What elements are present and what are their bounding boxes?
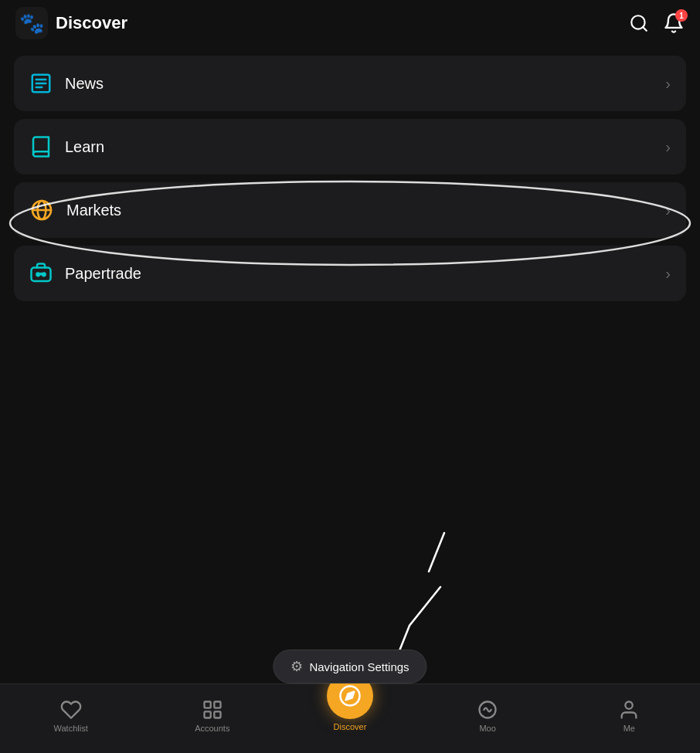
compass-icon	[338, 684, 362, 707]
nav-settings-label: Navigation Settings	[309, 660, 409, 673]
accounts-icon	[202, 699, 223, 721]
moo-label: Moo	[479, 724, 495, 733]
nav-settings-gear-icon: ⚙	[291, 658, 303, 675]
discover-label: Discover	[334, 722, 367, 731]
menu-item-papertrade-left: Papertrade	[29, 262, 141, 285]
moo-icon	[477, 699, 498, 721]
header-left: 🐾 Discover	[15, 7, 127, 39]
me-icon	[618, 699, 640, 721]
svg-rect-17	[204, 701, 210, 707]
bottom-nav: Watchlist Accounts Discover Moo	[0, 683, 700, 753]
menu-list: News › Learn › Markets ›	[0, 46, 700, 310]
header-actions: 1	[629, 12, 685, 34]
svg-rect-18	[214, 701, 220, 707]
search-button[interactable]	[629, 13, 649, 33]
markets-label: Markets	[66, 202, 121, 219]
markets-icon	[29, 198, 54, 222]
svg-rect-19	[204, 711, 210, 717]
svg-rect-20	[214, 711, 220, 717]
notification-badge: 1	[675, 9, 688, 22]
markets-chevron: ›	[665, 202, 671, 219]
menu-item-learn-left: Learn	[29, 135, 104, 158]
app-logo: 🐾	[15, 7, 48, 39]
papertrade-label: Papertrade	[65, 265, 141, 283]
watchlist-label: Watchlist	[53, 724, 87, 733]
page-title: Discover	[56, 13, 127, 33]
learn-chevron: ›	[665, 138, 671, 156]
nav-item-accounts[interactable]: Accounts	[185, 699, 240, 733]
accounts-label: Accounts	[195, 724, 229, 733]
learn-icon	[29, 135, 53, 158]
papertrade-chevron: ›	[665, 265, 671, 283]
papertrade-icon	[29, 262, 53, 285]
nav-item-me[interactable]: Me	[602, 699, 656, 733]
nav-settings-popup[interactable]: ⚙ Navigation Settings	[273, 650, 426, 683]
svg-line-3	[643, 27, 647, 31]
me-label: Me	[624, 724, 635, 733]
menu-item-news[interactable]: News ›	[14, 56, 686, 111]
svg-point-24	[626, 701, 633, 708]
menu-item-news-left: News	[29, 72, 104, 95]
svg-marker-22	[346, 691, 355, 700]
nav-item-moo[interactable]: Moo	[460, 699, 515, 733]
watchlist-icon	[60, 699, 82, 721]
header: 🐾 Discover 1	[0, 0, 700, 46]
notifications-button[interactable]: 1	[663, 12, 685, 34]
svg-text:🐾: 🐾	[19, 11, 45, 36]
news-label: News	[65, 75, 104, 93]
news-chevron: ›	[665, 75, 671, 93]
nav-item-watchlist[interactable]: Watchlist	[44, 699, 98, 733]
news-icon	[29, 72, 53, 95]
menu-item-markets-left: Markets	[29, 198, 121, 222]
menu-item-learn[interactable]: Learn ›	[14, 119, 686, 175]
search-icon	[629, 13, 649, 33]
learn-label: Learn	[65, 138, 104, 156]
menu-item-markets[interactable]: Markets ›	[14, 182, 686, 238]
menu-item-papertrade[interactable]: Papertrade ›	[14, 246, 686, 301]
